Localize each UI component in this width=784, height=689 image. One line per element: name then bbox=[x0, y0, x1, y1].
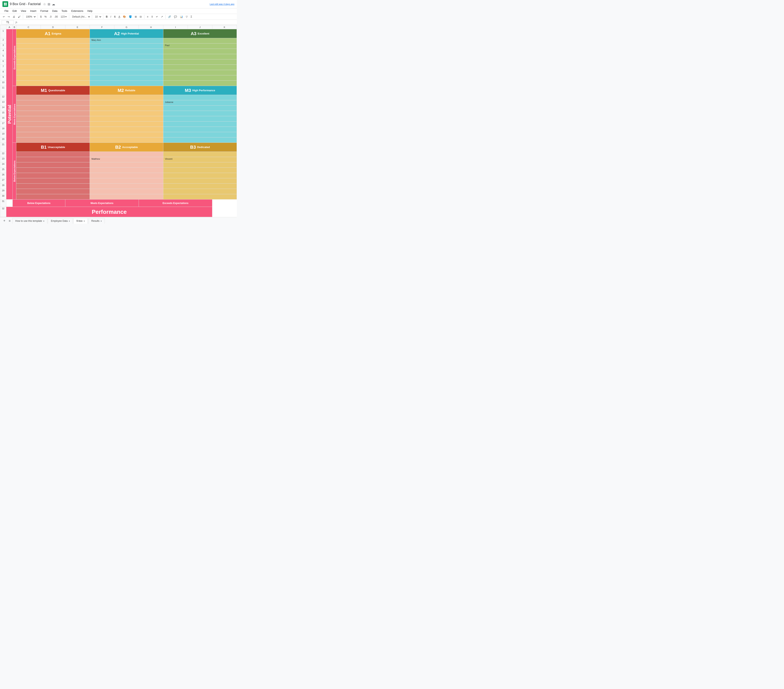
b2-body-24[interactable] bbox=[90, 162, 163, 168]
b3-body-30[interactable] bbox=[163, 194, 237, 199]
a3-body-3[interactable]: Paul bbox=[163, 43, 237, 49]
menu-insert[interactable]: Insert bbox=[28, 9, 38, 13]
formula-input[interactable] bbox=[19, 21, 235, 24]
b1-body-29[interactable] bbox=[16, 189, 90, 194]
col-header-c[interactable]: C bbox=[16, 25, 41, 29]
col-header-b[interactable]: B bbox=[13, 25, 16, 29]
a3-body-2[interactable] bbox=[163, 38, 237, 43]
menu-format[interactable]: Format bbox=[38, 9, 50, 13]
underline-button[interactable]: A bbox=[117, 15, 121, 19]
menu-file[interactable]: File bbox=[2, 9, 10, 13]
decimal-increase-button[interactable]: .00 bbox=[53, 15, 59, 19]
m3-body-19[interactable] bbox=[163, 132, 237, 137]
m3-body-13[interactable]: Julianne bbox=[163, 100, 237, 105]
b1-body-22[interactable] bbox=[16, 152, 90, 157]
m1-body-17[interactable] bbox=[16, 122, 90, 127]
b2-body-30[interactable] bbox=[90, 194, 163, 199]
valign-button[interactable]: ⇕ bbox=[150, 15, 154, 19]
m3-body-18[interactable] bbox=[163, 127, 237, 132]
m1-body-13[interactable] bbox=[16, 100, 90, 105]
a1-body-7[interactable] bbox=[16, 65, 90, 70]
col-header-d[interactable]: D bbox=[41, 25, 65, 29]
menu-view[interactable]: View bbox=[19, 9, 28, 13]
strikethrough-button[interactable]: S bbox=[113, 15, 117, 19]
more-formats-button[interactable]: 123 ▾ bbox=[59, 15, 68, 19]
cloud-icon[interactable]: ☁ bbox=[52, 2, 55, 6]
a2-body-3[interactable] bbox=[90, 43, 163, 49]
b2-body-23[interactable]: Matthew bbox=[90, 157, 163, 162]
menu-extensions[interactable]: Extensions bbox=[69, 9, 85, 13]
a1-body-5[interactable] bbox=[16, 54, 90, 59]
halign-button[interactable]: ≡ bbox=[146, 15, 150, 19]
tab-employee-data[interactable]: Employee Data ▾ bbox=[48, 218, 73, 224]
b1-body-27[interactable] bbox=[16, 178, 90, 184]
a3-body-4[interactable] bbox=[163, 49, 237, 54]
a3-body-8[interactable] bbox=[163, 70, 237, 75]
function-button[interactable]: Σ bbox=[189, 15, 193, 19]
tab-results[interactable]: Results ▾ bbox=[88, 218, 105, 224]
borders-button[interactable]: ⊞ bbox=[133, 15, 138, 19]
comment-button[interactable]: 💬 bbox=[173, 15, 178, 19]
b3-body-23[interactable]: Vincent bbox=[163, 157, 237, 162]
link-button[interactable]: 🔗 bbox=[167, 15, 172, 19]
col-header-j[interactable]: J bbox=[188, 25, 212, 29]
b1-body-24[interactable] bbox=[16, 162, 90, 168]
b2-body-22[interactable] bbox=[90, 152, 163, 157]
a3-body-6[interactable] bbox=[163, 59, 237, 65]
percent-button[interactable]: % bbox=[43, 15, 48, 19]
m2-body-15[interactable] bbox=[90, 111, 163, 116]
m1-body-16[interactable] bbox=[16, 116, 90, 122]
grid-icon[interactable]: ⊞ bbox=[48, 2, 50, 6]
a1-body-6[interactable] bbox=[16, 59, 90, 65]
font-select[interactable]: Default (Ari... bbox=[71, 15, 91, 19]
menu-data[interactable]: Data bbox=[50, 9, 59, 13]
b3-body-24[interactable] bbox=[163, 162, 237, 168]
a3-body-5[interactable] bbox=[163, 54, 237, 59]
fill-color-button[interactable]: 🪣 bbox=[128, 15, 133, 19]
m3-body-15[interactable] bbox=[163, 111, 237, 116]
m2-body-20[interactable] bbox=[90, 137, 163, 143]
m3-body-12[interactable] bbox=[163, 95, 237, 100]
a2-body-8[interactable] bbox=[90, 70, 163, 75]
a3-body-9[interactable] bbox=[163, 75, 237, 81]
m3-body-17[interactable] bbox=[163, 122, 237, 127]
b1-body-26[interactable] bbox=[16, 173, 90, 178]
m3-body-16[interactable] bbox=[163, 116, 237, 122]
m2-body-17[interactable] bbox=[90, 122, 163, 127]
a2-body-6[interactable] bbox=[90, 59, 163, 65]
b2-body-27[interactable] bbox=[90, 178, 163, 184]
merge-button[interactable]: ⊟ bbox=[138, 15, 143, 19]
a1-body-3[interactable] bbox=[16, 43, 90, 49]
m2-body-19[interactable] bbox=[90, 132, 163, 137]
b2-body-26[interactable] bbox=[90, 173, 163, 178]
add-sheet-button[interactable]: + bbox=[2, 218, 7, 224]
tab-9box[interactable]: 9-box ▾ bbox=[73, 218, 88, 224]
b1-body-28[interactable] bbox=[16, 184, 90, 189]
m2-body-14[interactable] bbox=[90, 105, 163, 111]
b2-body-29[interactable] bbox=[90, 189, 163, 194]
wrap-button[interactable]: ↵ bbox=[155, 15, 159, 19]
rotate-button[interactable]: ↗ bbox=[160, 15, 164, 19]
cell-reference-input[interactable] bbox=[2, 20, 14, 24]
col-header-e[interactable]: E bbox=[65, 25, 90, 29]
menu-help[interactable]: Help bbox=[85, 9, 94, 13]
star-icon[interactable]: ☆ bbox=[43, 2, 46, 6]
menu-edit[interactable]: Edit bbox=[10, 9, 19, 13]
b3-body-22[interactable] bbox=[163, 152, 237, 157]
paint-format-button[interactable]: 🖌 bbox=[17, 15, 21, 19]
italic-button[interactable]: I bbox=[109, 15, 112, 19]
m1-body-18[interactable] bbox=[16, 127, 90, 132]
m3-body-14[interactable] bbox=[163, 105, 237, 111]
m2-body-16[interactable] bbox=[90, 116, 163, 122]
b3-body-28[interactable] bbox=[163, 184, 237, 189]
m2-body-12[interactable] bbox=[90, 95, 163, 100]
b3-body-29[interactable] bbox=[163, 189, 237, 194]
m3-body-20[interactable] bbox=[163, 137, 237, 143]
m1-body-19[interactable] bbox=[16, 132, 90, 137]
tab-how-to[interactable]: How to use this template ▾ bbox=[12, 218, 47, 224]
a1-body-9[interactable] bbox=[16, 75, 90, 81]
bold-button[interactable]: B bbox=[105, 15, 109, 19]
m2-body-13[interactable] bbox=[90, 100, 163, 105]
m1-body-12[interactable] bbox=[16, 95, 90, 100]
b1-body-23[interactable] bbox=[16, 157, 90, 162]
